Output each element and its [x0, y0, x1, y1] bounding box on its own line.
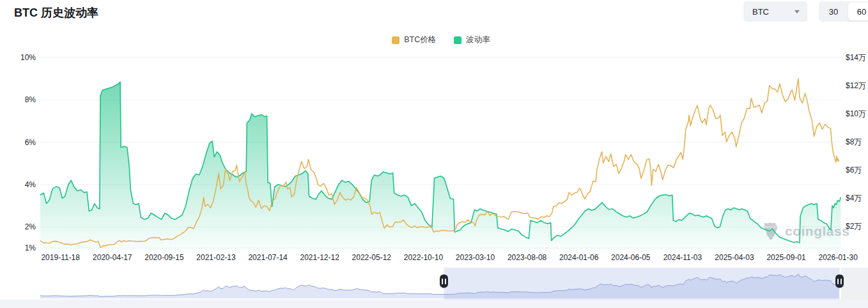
window-option-60[interactable]: 60 [848, 3, 868, 20]
legend-item-btc-price[interactable]: BTC价格 [392, 35, 436, 45]
pause-icon [445, 279, 446, 284]
y-axis-right-tick: $8万 [846, 137, 862, 146]
y-axis-left-tick: 1% [25, 243, 36, 252]
chevron-down-icon [794, 10, 800, 13]
x-axis-tick: 2023-03-10 [456, 253, 495, 262]
y-axis-right-tick: $12万 [846, 81, 866, 90]
y-axis-left-tick: 4% [25, 180, 36, 189]
y-axis-right-tick: $2万 [846, 222, 862, 231]
y-axis-right-tick: $4万 [846, 194, 862, 203]
chart-legend: BTC价格 波动率 [0, 35, 868, 45]
y-axis-right-tick: $6万 [846, 166, 862, 174]
window-option-30[interactable]: 30 [820, 3, 847, 20]
x-axis-tick: 2020-09-15 [144, 253, 184, 262]
navigator-handle-left[interactable] [440, 275, 448, 288]
x-axis-tick: 2021-12-12 [300, 253, 340, 262]
x-axis-tick: 2025-09-01 [766, 253, 806, 262]
y-axis-left-tick: 6% [25, 138, 36, 147]
legend-label: BTC价格 [404, 35, 436, 45]
x-axis-tick: 2020-04-17 [93, 253, 132, 262]
volatility-chart: 10%8%6%4%2%1%$14万$12万$10万$8万$6万$4万$2万201… [0, 0, 868, 308]
legend-label: 波动率 [466, 35, 490, 45]
pause-icon [837, 279, 839, 284]
x-axis-tick: 2022-10-10 [404, 253, 444, 262]
y-axis-left-tick: 2% [25, 222, 36, 231]
y-axis-left-tick: 8% [25, 95, 36, 104]
y-axis-left-tick: 10% [20, 53, 36, 62]
pause-icon [841, 279, 842, 284]
x-axis-tick: 2021-07-14 [248, 253, 288, 262]
y-axis-right-tick: $10万 [846, 109, 866, 118]
btc-price-swatch-icon [392, 36, 399, 44]
navigator-handle-right[interactable] [835, 275, 844, 288]
symbol-select-value: BTC [752, 7, 769, 17]
x-axis-tick: 2021-02-13 [196, 253, 236, 262]
volatility-swatch-icon [454, 36, 461, 44]
legend-item-volatility[interactable]: 波动率 [454, 35, 490, 45]
navigator-right-margin [841, 268, 868, 300]
x-axis-tick: 2023-08-08 [508, 253, 547, 262]
page-title: BTC 历史波动率 [14, 5, 98, 20]
x-axis-tick: 2026-01-30 [819, 253, 858, 262]
pause-icon [442, 279, 443, 284]
navigator-bottom-strip [0, 300, 868, 308]
y-axis-right-tick: $14万 [846, 53, 866, 62]
window-length-segmented-control: 30 60 [819, 1, 868, 22]
x-axis-tick: 2024-01-06 [559, 253, 599, 262]
x-axis-tick: 2025-04-03 [715, 253, 754, 262]
symbol-select-dropdown[interactable]: BTC [743, 1, 807, 22]
x-axis-tick: 2024-06-05 [611, 253, 651, 262]
x-axis-tick: 2022-05-12 [352, 253, 392, 262]
x-axis-tick: 2024-11-03 [663, 253, 702, 262]
x-axis-tick: 2019-11-18 [41, 253, 80, 262]
